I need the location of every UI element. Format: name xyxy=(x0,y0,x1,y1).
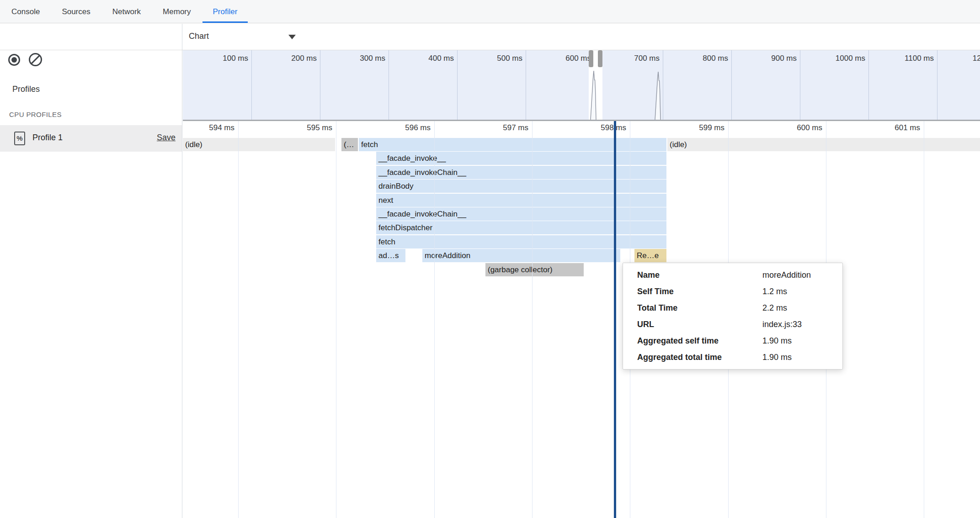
detail-gridline xyxy=(336,121,336,518)
overview-tick-label: 200 ms xyxy=(250,54,317,63)
save-profile-link[interactable]: Save xyxy=(157,133,176,143)
devtools-tab-bar: ConsoleSourcesNetworkMemoryProfiler xyxy=(0,0,980,23)
view-mode-select[interactable]: Chart xyxy=(189,24,308,50)
flame-bar-idle[interactable]: (idle) xyxy=(183,138,335,151)
tooltip-label: Aggregated total time xyxy=(637,349,762,365)
sidebar-divider xyxy=(182,24,182,518)
tooltip-label: Self Time xyxy=(637,283,762,300)
tooltip-value: 1.2 ms xyxy=(762,283,842,300)
tab-memory[interactable]: Memory xyxy=(152,0,201,23)
profiles-sidebar: Profiles CPU PROFILES % Profile 1 Save xyxy=(0,24,182,518)
overview-tick-label: 400 ms xyxy=(388,54,454,63)
flame-chart[interactable]: 594 ms595 ms596 ms597 ms598 ms599 ms600 … xyxy=(183,121,980,518)
cpu-activity-spike xyxy=(655,72,662,120)
dropdown-arrow-icon xyxy=(288,35,296,39)
tooltip-row: Aggregated total time1.90 ms xyxy=(623,349,842,365)
tooltip-label: Total Time xyxy=(637,300,762,316)
tooltip-label: URL xyxy=(637,316,762,333)
tooltip-row: URLindex.js:33 xyxy=(623,316,842,333)
flame-bar-garbagecollector[interactable]: (garbage collector) xyxy=(485,263,584,276)
tooltip-label: Name xyxy=(637,267,762,283)
tooltip-value: 1.90 ms xyxy=(762,349,842,365)
tab-sources[interactable]: Sources xyxy=(51,0,101,23)
detail-gridline xyxy=(238,121,239,518)
tab-network[interactable]: Network xyxy=(102,0,151,23)
tooltip-label: Aggregated self time xyxy=(637,333,762,349)
overview-tick-label: 1100 ms xyxy=(868,54,934,63)
flame-bar-drainbody[interactable]: drainBody xyxy=(376,180,666,193)
detail-tick-label: 594 ms xyxy=(183,123,234,132)
overview-tick-label: 100 ms xyxy=(183,54,248,63)
overview-tick-label: 900 ms xyxy=(730,54,797,63)
detail-tick-label: 596 ms xyxy=(367,123,431,132)
overview-tick-label: 300 ms xyxy=(319,54,385,63)
flame-bar-ree[interactable]: Re…e xyxy=(634,249,666,262)
time-marker-line xyxy=(614,121,616,518)
flame-bar-fetchdispatcher[interactable]: fetchDispatcher xyxy=(376,221,666,234)
flame-bar-fetch[interactable]: fetch xyxy=(359,138,666,151)
flame-bar-moreaddition[interactable]: moreAddition xyxy=(422,249,620,262)
overview-tick-label: 500 ms xyxy=(456,54,522,63)
tooltip-value: moreAddition xyxy=(762,267,842,283)
profile-document-icon: % xyxy=(14,132,25,145)
flame-bar-facadeinvokechain[interactable]: __facade_invokeChain__ xyxy=(376,166,666,179)
tooltip-row: NamemoreAddition xyxy=(623,267,842,283)
selection-right-handle[interactable] xyxy=(598,50,602,67)
cpu-activity-spike xyxy=(590,71,597,120)
flame-bar-fetch[interactable]: fetch xyxy=(376,235,666,248)
tab-profiler[interactable]: Profiler xyxy=(202,0,248,23)
detail-tick-label: 599 ms xyxy=(660,123,724,132)
flame-bar-facadeinvoke[interactable]: __facade_invoke__ xyxy=(376,152,666,165)
flame-bar-ads[interactable]: ad…s xyxy=(376,249,405,262)
tooltip-row: Self Time1.2 ms xyxy=(623,283,842,300)
detail-gridline xyxy=(532,121,533,518)
cpu-profiles-section-label: CPU PROFILES xyxy=(9,111,62,118)
profile-name: Profile 1 xyxy=(32,133,63,143)
tooltip-value: index.js:33 xyxy=(762,316,842,333)
tooltip-row: Aggregated self time1.90 ms xyxy=(623,333,842,349)
overview-tick-label: 800 ms xyxy=(662,54,728,63)
flame-bar-idle[interactable]: (idle) xyxy=(667,138,980,151)
selection-left-handle[interactable] xyxy=(589,50,593,67)
detail-tick-label: 598 ms xyxy=(562,123,626,132)
chart-view-toolbar: Chart xyxy=(182,24,980,50)
detail-tick-label: 597 ms xyxy=(464,123,528,132)
tooltip-value: 2.2 ms xyxy=(762,300,842,316)
flame-bar-facadeinvokechain[interactable]: __facade_invokeChain__ xyxy=(376,207,666,221)
tab-console[interactable]: Console xyxy=(1,0,50,23)
detail-gridline xyxy=(924,121,924,518)
view-mode-value: Chart xyxy=(189,32,209,41)
overview-tick-label: 600 ms xyxy=(525,54,591,63)
profiler-toolbar xyxy=(0,24,182,50)
clear-icon[interactable] xyxy=(29,53,42,66)
record-icon[interactable] xyxy=(8,54,20,66)
overview-tick-label: 1000 ms xyxy=(799,54,865,63)
tooltip-value: 1.90 ms xyxy=(762,333,842,349)
detail-tick-label: 601 ms xyxy=(856,123,920,132)
detail-gridline xyxy=(434,121,435,518)
detail-tick-label: 595 ms xyxy=(268,123,332,132)
overview-tick-label: 1200 ms xyxy=(936,54,980,63)
tooltip-row: Total Time2.2 ms xyxy=(623,300,842,316)
devtools-window: ConsoleSourcesNetworkMemoryProfiler Prof… xyxy=(0,0,980,518)
flame-bar-next[interactable]: next xyxy=(376,194,666,207)
frame-details-tooltip: NamemoreAdditionSelf Time1.2 msTotal Tim… xyxy=(623,263,843,370)
overview-tick-label: 700 ms xyxy=(593,54,660,63)
profile-list-item[interactable]: % Profile 1 Save xyxy=(0,125,182,152)
detail-tick-label: 600 ms xyxy=(758,123,822,132)
timeline-overview[interactable]: 100 ms200 ms300 ms400 ms500 ms600 ms700 … xyxy=(183,50,980,120)
flame-bar-[interactable]: (… xyxy=(341,138,358,151)
profiles-heading: Profiles xyxy=(12,85,40,94)
